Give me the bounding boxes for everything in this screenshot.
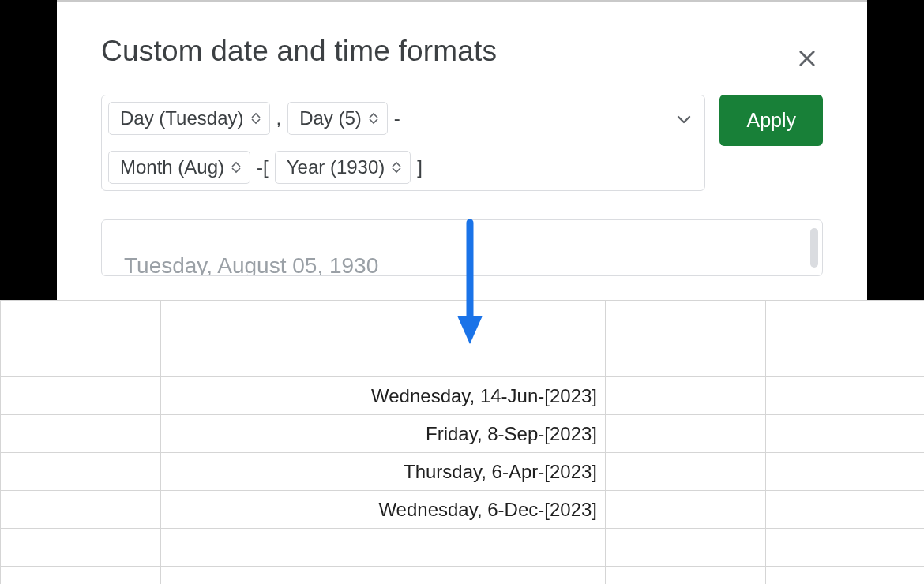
grid-cell[interactable] xyxy=(1,339,161,377)
token-label: Day (5) xyxy=(299,107,362,129)
grid-cell[interactable] xyxy=(606,567,766,585)
separator-dash-bracket: -[ xyxy=(255,156,270,178)
scrollbar-thumb[interactable] xyxy=(810,228,818,268)
separator-comma: , xyxy=(275,107,284,129)
chevron-down-icon[interactable] xyxy=(674,110,693,129)
grid-cell[interactable] xyxy=(766,339,925,377)
grid-cell[interactable] xyxy=(161,415,321,453)
grid-cell[interactable] xyxy=(606,529,766,567)
token-year[interactable]: Year (1930) xyxy=(275,151,411,184)
separator-dash: - xyxy=(393,107,402,129)
grid-cell[interactable] xyxy=(1,301,161,339)
grid-cell[interactable] xyxy=(606,301,766,339)
preview-text: Tuesday, August 05, 1930 xyxy=(124,253,378,276)
grid-cell[interactable] xyxy=(766,529,925,567)
stepper-icon[interactable] xyxy=(391,161,402,174)
letterbox-left xyxy=(0,0,57,300)
grid-cell[interactable] xyxy=(1,529,161,567)
grid-cell[interactable] xyxy=(161,491,321,529)
grid-cell[interactable] xyxy=(766,491,925,529)
grid-cell[interactable] xyxy=(321,567,606,585)
separator-close-bracket: ] xyxy=(415,156,424,178)
grid-cell[interactable] xyxy=(161,377,321,415)
grid-cell[interactable] xyxy=(161,529,321,567)
token-label: Month (Aug) xyxy=(120,156,224,178)
token-label: Day (Tuesday) xyxy=(120,107,244,129)
grid-cell[interactable]: Wednesday, 14-Jun-[2023] xyxy=(321,377,606,415)
grid-cell[interactable] xyxy=(606,491,766,529)
letterbox-right xyxy=(867,0,924,300)
grid-cell[interactable] xyxy=(606,339,766,377)
grid-cell[interactable] xyxy=(161,453,321,491)
grid-cell[interactable] xyxy=(1,415,161,453)
format-builder-field[interactable]: Day (Tuesday) , Day (5) xyxy=(101,95,705,191)
grid-cell[interactable] xyxy=(606,377,766,415)
grid-cell[interactable] xyxy=(766,567,925,585)
apply-button[interactable]: Apply xyxy=(719,95,823,146)
grid-cell[interactable] xyxy=(1,491,161,529)
grid-cell[interactable]: Friday, 8-Sep-[2023] xyxy=(321,415,606,453)
grid-cell[interactable] xyxy=(161,301,321,339)
annotation-arrow-icon xyxy=(454,219,486,347)
token-day-name[interactable]: Day (Tuesday) xyxy=(108,102,270,135)
grid-cell[interactable] xyxy=(766,415,925,453)
close-icon[interactable] xyxy=(796,47,818,69)
grid-cell[interactable] xyxy=(766,301,925,339)
stepper-icon[interactable] xyxy=(250,112,261,125)
grid-cell[interactable] xyxy=(161,567,321,585)
stepper-icon[interactable] xyxy=(368,112,379,125)
grid-cell[interactable] xyxy=(766,453,925,491)
grid-cell[interactable] xyxy=(606,453,766,491)
dialog-title: Custom date and time formats xyxy=(101,35,823,68)
grid-cell[interactable] xyxy=(606,415,766,453)
token-label: Year (1930) xyxy=(287,156,385,178)
grid-cell[interactable]: Wednesday, 6-Dec-[2023] xyxy=(321,491,606,529)
grid-cell[interactable] xyxy=(1,453,161,491)
stepper-icon[interactable] xyxy=(231,161,242,174)
token-month[interactable]: Month (Aug) xyxy=(108,151,250,184)
token-day-number[interactable]: Day (5) xyxy=(287,102,388,135)
grid-cell[interactable] xyxy=(766,377,925,415)
grid-cell[interactable] xyxy=(1,567,161,585)
grid-cell[interactable] xyxy=(321,529,606,567)
grid-cell[interactable] xyxy=(1,377,161,415)
grid-cell[interactable] xyxy=(161,339,321,377)
grid-cell[interactable]: Thursday, 6-Apr-[2023] xyxy=(321,453,606,491)
